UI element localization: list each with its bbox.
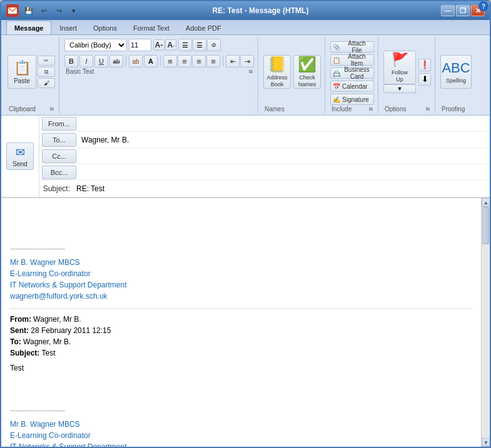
tab-adobe-pdf[interactable]: Adobe PDF xyxy=(178,21,230,34)
clipboard-dialog-button[interactable]: ⧉ xyxy=(50,106,54,112)
strikethrough-button[interactable]: ab xyxy=(109,55,123,67)
numbering-button[interactable]: ☰ xyxy=(193,39,206,51)
business-card-button[interactable]: 📇 Business Card xyxy=(330,67,374,79)
basic-text-group: Calibri (Body) A+ A- ☰ ☰ ⊘ xyxy=(61,37,258,114)
tab-insert[interactable]: Insert xyxy=(51,21,85,34)
email-header: ✉ Send From... To... Cc... Bcc. xyxy=(1,116,490,197)
body-content[interactable]: ---------------------- Mr B. Wagner MBCS… xyxy=(1,198,481,447)
calendar-label: Calendar xyxy=(342,83,368,90)
address-book-icon: 📒 xyxy=(268,56,286,73)
scroll-thumb[interactable] xyxy=(482,207,489,244)
basic-text-content: Calibri (Body) A+ A- ☰ ☰ ⊘ xyxy=(64,39,254,67)
follow-up-icon: 🚩 xyxy=(392,52,408,68)
redo-qat-button[interactable]: ↪ xyxy=(53,5,65,16)
quoted-section: From: Wagner, Mr B. Sent: 28 February 20… xyxy=(10,308,472,447)
vertical-scrollbar: ▲ ▼ xyxy=(481,198,490,447)
names-label: Names xyxy=(265,106,285,112)
from-input[interactable] xyxy=(79,116,490,131)
include-group-content: 📎 Attach File 📋 Attach Item 📇 Business C… xyxy=(330,39,374,105)
business-card-label: Business Card xyxy=(342,66,372,80)
font-selector[interactable]: Calibri (Body) xyxy=(64,39,127,51)
tab-options[interactable]: Options xyxy=(85,21,125,34)
address-book-label: AddressBook xyxy=(266,74,287,88)
sent-value: 28 February 2011 12:15 xyxy=(31,326,111,335)
check-names-button[interactable]: ✅ CheckNames xyxy=(293,55,321,89)
separator-1 xyxy=(126,56,126,67)
font-grow-button[interactable]: A+ xyxy=(153,39,165,51)
subject-label: Subject: xyxy=(39,184,74,193)
tab-message[interactable]: Message xyxy=(6,21,51,34)
spelling-button[interactable]: ABC Spelling xyxy=(440,55,472,89)
low-importance-button[interactable]: ⬇ xyxy=(418,73,431,86)
bcc-input[interactable] xyxy=(79,164,490,180)
from-bold-label: From: xyxy=(10,315,31,324)
bold-button[interactable]: B xyxy=(64,55,78,67)
paste-button[interactable]: 📋 Paste xyxy=(8,55,36,89)
to-button[interactable]: To... xyxy=(42,133,76,147)
high-importance-button[interactable]: ❗ xyxy=(418,59,431,71)
bcc-button[interactable]: Bcc... xyxy=(42,166,76,179)
tab-format-text[interactable]: Format Text xyxy=(125,21,178,34)
paste-icon: 📋 xyxy=(14,60,31,76)
increase-indent-button[interactable]: ⇥ xyxy=(240,55,254,67)
subject-bold-label: Subject: xyxy=(10,349,39,357)
options-dialog-button[interactable]: ⧉ xyxy=(426,106,430,112)
help-button[interactable]: ? xyxy=(478,1,488,11)
attach-item-icon: 📋 xyxy=(333,57,340,64)
attach-item-button[interactable]: 📋 Attach Item xyxy=(330,54,374,66)
signature-label: Signature xyxy=(342,96,369,103)
attach-item-label: Attach Item xyxy=(342,53,372,67)
copy-button[interactable]: ⧉ xyxy=(38,67,55,77)
signature-icon: ✍ xyxy=(333,96,340,103)
calendar-button[interactable]: 📅 Calendar xyxy=(330,81,374,92)
decrease-indent-button[interactable]: ⇤ xyxy=(226,55,240,67)
cc-button[interactable]: Cc... xyxy=(42,149,76,163)
signature-button[interactable]: ✍ Signature xyxy=(330,94,374,105)
cc-input[interactable] xyxy=(79,148,490,164)
follow-up-button[interactable]: 🚩 FollowUp xyxy=(383,51,416,84)
spelling-label: Spelling xyxy=(446,77,466,84)
restore-button[interactable]: ❐ xyxy=(456,5,470,16)
signature-name-1: Mr B. Wagner MBCS xyxy=(10,257,472,268)
quoted-to: To: Wagner, Mr B. xyxy=(10,336,472,347)
save-qat-button[interactable]: 💾 xyxy=(23,5,35,16)
send-button[interactable]: ✉ Send xyxy=(6,142,34,170)
attach-file-label: Attach File xyxy=(342,40,372,54)
scroll-down-button[interactable]: ▼ xyxy=(482,438,490,447)
font-shrink-button[interactable]: A- xyxy=(165,39,176,51)
scroll-track[interactable] xyxy=(482,207,490,438)
ribbon-tabs: Message Insert Options Format Text Adobe… xyxy=(1,20,490,35)
subject-input[interactable] xyxy=(74,181,490,197)
follow-up-dropdown-button[interactable]: ▼ xyxy=(383,84,416,93)
justify-button[interactable]: ≡ xyxy=(206,55,220,67)
format-painter-button[interactable]: 🖌 xyxy=(38,78,55,88)
cut-button[interactable]: ✂ xyxy=(38,56,55,66)
clear-formatting-button[interactable]: ⊘ xyxy=(207,39,221,51)
basic-text-dialog-button[interactable]: ⧉ xyxy=(249,69,253,75)
ribbon-content: 📋 Paste ✂ ⧉ 🖌 Clipboard ⧉ xyxy=(1,35,490,115)
scroll-up-button[interactable]: ▲ xyxy=(482,198,490,207)
to-input[interactable] xyxy=(79,132,490,147)
signature-dept-2: IT Networks & Support Department xyxy=(10,441,472,447)
separator-line-2: ---------------------- xyxy=(10,405,472,416)
from-button[interactable]: From... xyxy=(42,117,76,131)
align-right-button[interactable]: ≡ xyxy=(192,55,206,67)
proofing-group-content: ABC Spelling xyxy=(440,39,472,105)
italic-button[interactable]: I xyxy=(79,55,93,67)
undo-qat-button[interactable]: ↩ xyxy=(38,5,50,16)
minimize-button[interactable]: — xyxy=(441,5,455,16)
underline-button[interactable]: U xyxy=(94,55,108,67)
include-dialog-button[interactable]: ⧉ xyxy=(369,106,373,112)
font-color-button[interactable]: A xyxy=(144,55,158,67)
options-group-content: 🚩 FollowUp ▼ ❗ ⬇ xyxy=(383,39,431,105)
bullets-button[interactable]: ☰ xyxy=(178,39,192,51)
address-book-button[interactable]: 📒 AddressBook xyxy=(263,55,291,89)
highlight-button[interactable]: ab xyxy=(129,55,143,67)
qat-dropdown-button[interactable]: ▾ xyxy=(68,5,80,16)
attach-file-button[interactable]: 📎 Attach File xyxy=(330,41,374,52)
align-center-button[interactable]: ≡ xyxy=(178,55,191,67)
font-size-buttons: A+ A- xyxy=(153,39,176,51)
font-size-input[interactable] xyxy=(129,39,151,51)
align-left-button[interactable]: ≡ xyxy=(163,55,177,67)
list-buttons: ☰ ☰ ⊘ xyxy=(178,39,221,51)
